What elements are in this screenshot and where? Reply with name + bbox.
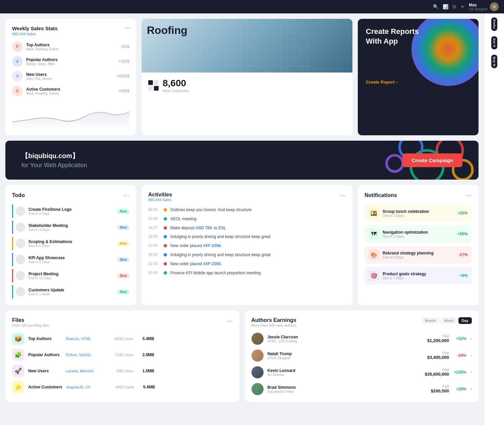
todo-item: Scoping & Estimations Due in 5 Days New bbox=[12, 237, 129, 250]
create-report-button[interactable]: Create Report › bbox=[366, 80, 470, 85]
search-icon[interactable]: 🔍 bbox=[433, 4, 439, 9]
sidebar-item-buyn[interactable]: Buy N bbox=[491, 55, 497, 68]
todo-list: Create FireStone Logo Due in 2 Days New … bbox=[12, 204, 129, 298]
row1: Weekly Sales Stats 890,344 Sales ⋯ P Top… bbox=[5, 19, 479, 135]
period-week-button[interactable]: Week bbox=[441, 317, 457, 324]
row3: Todo ⋯ Create FireStone Logo Due in 2 Da… bbox=[5, 185, 479, 305]
new-users-name: New Users bbox=[26, 72, 113, 77]
notification-item: 🍱 Group lunch celebration Due in 2 Days … bbox=[365, 204, 472, 222]
author-paid: Paid $35,600,000 bbox=[425, 368, 449, 377]
notification-icon: 🗺 bbox=[369, 229, 379, 239]
campaign-bracket: 【biqubiqu.com】 bbox=[21, 151, 87, 160]
authors-earnings-card: Authors Earnings More than 400 new autho… bbox=[245, 311, 479, 402]
file-item: 🚀 New Users Laravel, Metronic 890 Users … bbox=[12, 365, 233, 377]
active-customers-name: Active Customers bbox=[26, 87, 115, 92]
create-campaign-button[interactable]: Create Campaign bbox=[402, 153, 462, 167]
notification-percent: +25% bbox=[457, 211, 468, 216]
activities-title: Activities bbox=[148, 192, 172, 198]
campaign-banner: 【biqubiqu.com】 for Your Web Application … bbox=[5, 141, 479, 180]
files-options[interactable]: ⋯ bbox=[227, 317, 233, 325]
file-name: New Users bbox=[28, 369, 62, 373]
top-authors-value: +82$ bbox=[120, 44, 129, 49]
campaign-sub: for Your Web Application bbox=[21, 162, 87, 169]
files-subtitle: Over 100 pending files bbox=[12, 323, 49, 327]
todo-item: Project Meeting Due in 12 Days New bbox=[12, 269, 129, 282]
files-list: 📦 Top Authors ReactJs, HTML 4600 Users 5… bbox=[12, 333, 233, 393]
activity-item: 10:30 Finance KPI Mobile app launch prep… bbox=[148, 270, 346, 276]
author-paid: Paid $3,400,000 bbox=[427, 351, 449, 360]
todo-badge: New bbox=[117, 289, 129, 294]
author-percent: +28% bbox=[453, 387, 466, 391]
notification-percent: +8% bbox=[460, 273, 468, 278]
notifications-options[interactable]: ⋯ bbox=[466, 192, 472, 199]
new-customers-data: 8,600 New Customers bbox=[163, 78, 189, 93]
author-chevron-icon[interactable]: › bbox=[470, 353, 472, 358]
avatar[interactable]: M bbox=[490, 2, 499, 11]
notification-item: 🎯 Product goals strategy Due in 7 Days +… bbox=[365, 267, 472, 284]
file-size: 2.8MB bbox=[137, 352, 154, 357]
activities-options[interactable]: ⋯ bbox=[340, 192, 346, 199]
period-day-button[interactable]: Day bbox=[458, 317, 472, 324]
activities-subtitle: 890,344 Sales bbox=[148, 198, 172, 202]
stat-item-top-authors: P Top Authors Mark, Rowling, Esther +82$ bbox=[12, 41, 129, 52]
new-users-names: John, Pat, Jimmy bbox=[26, 77, 113, 81]
sq1 bbox=[148, 80, 153, 85]
reports-card: Create ReportsWith App Create Report › bbox=[358, 19, 479, 135]
svg-rect-0 bbox=[180, 19, 314, 73]
chart-icon[interactable]: 📊 bbox=[443, 4, 448, 9]
period-month-button[interactable]: Month bbox=[422, 317, 439, 324]
earnings-title: Authors Earnings bbox=[251, 317, 296, 323]
activity-dot bbox=[164, 235, 167, 238]
activities-card: Activities 890,344 Sales ⋯ 08:42 Outline… bbox=[142, 185, 352, 305]
activity-item: 21:03 New order placed #XF-2356. bbox=[148, 261, 346, 267]
todo-badge: New bbox=[117, 273, 129, 278]
todo-badge: New bbox=[117, 257, 129, 262]
activity-list: 08:42 Outlines keep you honest. And keep… bbox=[148, 207, 346, 276]
file-users: 890 Users bbox=[110, 369, 133, 373]
campaign-text: 【biqubiqu.com】 for Your Web Application bbox=[21, 151, 87, 169]
sun-icon[interactable]: ☀ bbox=[460, 4, 465, 9]
top-authors-info: Top Authors Mark, Rowling, Esther bbox=[26, 43, 117, 51]
file-users: 4600 Users bbox=[111, 385, 134, 389]
active-customers-names: Mark, Rowling, Esther bbox=[26, 92, 115, 95]
sidebar-item-prebu[interactable]: Prebu bbox=[491, 17, 497, 31]
author-chevron-icon[interactable]: › bbox=[470, 370, 472, 375]
todo-info: Stakeholder Meeting Due in 3 Days bbox=[29, 223, 114, 232]
author-avatar bbox=[251, 349, 264, 362]
roofing-bottom: 8,600 New Customers bbox=[142, 73, 352, 98]
todo-item: KPI App Showcase Due in 2 Days New bbox=[12, 253, 129, 266]
notification-icon: 🎨 bbox=[369, 249, 379, 260]
author-info: Jessie Clarcson HTML, CSS Coding bbox=[268, 335, 423, 343]
popular-authors-name: Popular Authors bbox=[26, 57, 115, 62]
file-name: Active Customers bbox=[28, 385, 62, 389]
todo-info: Customers Update Due in 1 week bbox=[29, 288, 114, 296]
grid-icon[interactable]: ⊞ bbox=[452, 4, 456, 9]
topbar: 🔍 📊 ⊞ ☀ Max UX Designer M bbox=[0, 0, 504, 13]
sidebar-item-geth[interactable]: Get H bbox=[491, 36, 497, 49]
stat-item-new-users: V New Users John, Pat, Jimmy +4500$ bbox=[12, 71, 129, 82]
todo-avatar bbox=[16, 271, 25, 280]
popular-authors-names: Randy, Steve, Mike bbox=[26, 62, 115, 66]
author-avatar bbox=[251, 333, 264, 345]
todo-options[interactable]: ⋯ bbox=[123, 192, 129, 199]
username-label: Max bbox=[469, 3, 488, 7]
weekly-sales-options[interactable]: ⋯ bbox=[125, 24, 131, 32]
activity-item: 16:50 Indulging in poorly driving and ke… bbox=[148, 252, 346, 258]
sq4 bbox=[154, 86, 159, 91]
reports-content: Create ReportsWith App Create Report › bbox=[358, 19, 479, 93]
authors-list: Jessie Clarcson HTML, CSS Coding Paid $1… bbox=[251, 333, 472, 395]
author-chevron-icon[interactable]: › bbox=[470, 387, 472, 391]
right-sidebar: Prebu Get H Buy N bbox=[484, 13, 504, 425]
author-avatar bbox=[251, 366, 264, 378]
file-name: Top Authors bbox=[28, 336, 62, 341]
weekly-sales-title: Weekly Sales Stats bbox=[12, 26, 129, 31]
author-chevron-icon[interactable]: › bbox=[470, 336, 472, 341]
user-profile[interactable]: Max UX Designer M bbox=[469, 2, 499, 11]
activity-dot bbox=[164, 262, 167, 266]
new-users-info: New Users John, Pat, Jimmy bbox=[26, 72, 113, 81]
notification-icon: 🍱 bbox=[369, 208, 379, 219]
activity-dot bbox=[164, 208, 167, 211]
active-customers-icon: B bbox=[12, 86, 23, 96]
top-authors-names: Mark, Rowling, Esther bbox=[26, 47, 117, 51]
notifications-list: 🍱 Group lunch celebration Due in 2 Days … bbox=[365, 204, 472, 284]
